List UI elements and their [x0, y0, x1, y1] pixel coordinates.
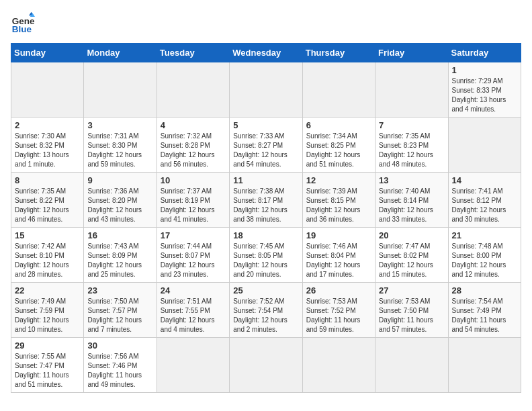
- calendar-cell: 29Sunrise: 7:55 AM Sunset: 7:47 PM Dayli…: [11, 338, 84, 393]
- calendar-cell: 13Sunrise: 7:40 AM Sunset: 8:14 PM Dayli…: [375, 173, 448, 228]
- calendar-cell: 28Sunrise: 7:54 AM Sunset: 7:49 PM Dayli…: [448, 283, 521, 338]
- calendar-cell: 3Sunrise: 7:31 AM Sunset: 8:30 PM Daylig…: [84, 118, 157, 173]
- day-detail: Sunrise: 7:37 AM Sunset: 8:19 PM Dayligh…: [161, 187, 226, 224]
- day-detail: Sunrise: 7:46 AM Sunset: 8:04 PM Dayligh…: [306, 242, 371, 279]
- day-detail: Sunrise: 7:44 AM Sunset: 8:07 PM Dayligh…: [161, 242, 226, 279]
- day-detail: Sunrise: 7:33 AM Sunset: 8:27 PM Dayligh…: [233, 132, 298, 169]
- day-number: 28: [452, 285, 517, 295]
- day-detail: Sunrise: 7:56 AM Sunset: 7:46 PM Dayligh…: [87, 352, 152, 390]
- calendar-week-2: 8Sunrise: 7:35 AM Sunset: 8:22 PM Daylig…: [11, 173, 521, 228]
- day-detail: Sunrise: 7:32 AM Sunset: 8:28 PM Dayligh…: [161, 132, 226, 169]
- calendar-cell: [11, 62, 84, 118]
- day-number: 10: [161, 175, 226, 185]
- day-number: 27: [379, 285, 444, 295]
- day-number: 19: [306, 230, 371, 240]
- day-detail: Sunrise: 7:40 AM Sunset: 8:14 PM Dayligh…: [379, 187, 444, 224]
- calendar-header: SundayMondayTuesdayWednesdayThursdayFrid…: [11, 44, 521, 62]
- calendar-cell: 24Sunrise: 7:51 AM Sunset: 7:55 PM Dayli…: [157, 283, 229, 338]
- calendar-cell: [157, 62, 229, 118]
- day-detail: Sunrise: 7:43 AM Sunset: 8:09 PM Dayligh…: [87, 242, 152, 279]
- col-header-friday: Friday: [375, 44, 448, 62]
- calendar-cell: 30Sunrise: 7:56 AM Sunset: 7:46 PM Dayli…: [84, 338, 157, 393]
- day-detail: Sunrise: 7:51 AM Sunset: 7:55 PM Dayligh…: [161, 297, 226, 334]
- day-number: 7: [379, 120, 444, 130]
- day-number: 20: [379, 230, 444, 240]
- day-number: 15: [15, 230, 80, 240]
- calendar-cell: 12Sunrise: 7:39 AM Sunset: 8:15 PM Dayli…: [302, 173, 375, 228]
- day-detail: Sunrise: 7:54 AM Sunset: 7:49 PM Dayligh…: [452, 297, 517, 334]
- calendar-cell: 27Sunrise: 7:53 AM Sunset: 7:50 PM Dayli…: [375, 283, 448, 338]
- calendar-cell: 23Sunrise: 7:50 AM Sunset: 7:57 PM Dayli…: [84, 283, 157, 338]
- day-detail: Sunrise: 7:34 AM Sunset: 8:25 PM Dayligh…: [306, 132, 371, 169]
- page-header: General Blue: [11, 11, 521, 35]
- calendar-cell: 19Sunrise: 7:46 AM Sunset: 8:04 PM Dayli…: [302, 228, 375, 283]
- calendar-week-1: 2Sunrise: 7:30 AM Sunset: 8:32 PM Daylig…: [11, 118, 521, 173]
- day-detail: Sunrise: 7:41 AM Sunset: 8:12 PM Dayligh…: [452, 187, 517, 224]
- day-number: 5: [233, 120, 298, 130]
- day-number: 9: [87, 175, 152, 185]
- col-header-saturday: Saturday: [448, 44, 521, 62]
- day-number: 4: [161, 120, 226, 130]
- calendar-cell: 6Sunrise: 7:34 AM Sunset: 8:25 PM Daylig…: [302, 118, 375, 173]
- calendar-cell: 16Sunrise: 7:43 AM Sunset: 8:09 PM Dayli…: [84, 228, 157, 283]
- day-number: 11: [233, 175, 298, 185]
- day-number: 1: [452, 65, 517, 75]
- day-detail: Sunrise: 7:39 AM Sunset: 8:15 PM Dayligh…: [306, 187, 371, 224]
- day-number: 22: [15, 285, 80, 295]
- calendar-cell: 9Sunrise: 7:36 AM Sunset: 8:20 PM Daylig…: [84, 173, 157, 228]
- day-detail: Sunrise: 7:49 AM Sunset: 7:59 PM Dayligh…: [15, 297, 80, 334]
- calendar-cell: 10Sunrise: 7:37 AM Sunset: 8:19 PM Dayli…: [157, 173, 229, 228]
- calendar-cell: [375, 62, 448, 118]
- calendar-body: 1Sunrise: 7:29 AM Sunset: 8:33 PM Daylig…: [11, 62, 521, 393]
- day-number: 16: [87, 230, 152, 240]
- day-number: 23: [87, 285, 152, 295]
- day-detail: Sunrise: 7:35 AM Sunset: 8:22 PM Dayligh…: [15, 187, 80, 224]
- day-detail: Sunrise: 7:50 AM Sunset: 7:57 PM Dayligh…: [87, 297, 152, 334]
- calendar-cell: [448, 118, 521, 173]
- day-detail: Sunrise: 7:55 AM Sunset: 7:47 PM Dayligh…: [15, 352, 80, 390]
- logo: General Blue: [11, 11, 38, 35]
- calendar-cell: 25Sunrise: 7:52 AM Sunset: 7:54 PM Dayli…: [230, 283, 302, 338]
- calendar-cell: 18Sunrise: 7:45 AM Sunset: 8:05 PM Dayli…: [230, 228, 302, 283]
- day-detail: Sunrise: 7:53 AM Sunset: 7:50 PM Dayligh…: [379, 297, 444, 334]
- day-number: 21: [452, 230, 517, 240]
- calendar-cell: [84, 62, 157, 118]
- col-header-tuesday: Tuesday: [157, 44, 229, 62]
- calendar-cell: 1Sunrise: 7:29 AM Sunset: 8:33 PM Daylig…: [448, 62, 521, 118]
- day-number: 29: [15, 340, 80, 351]
- calendar-cell: 15Sunrise: 7:42 AM Sunset: 8:10 PM Dayli…: [11, 228, 84, 283]
- day-detail: Sunrise: 7:30 AM Sunset: 8:32 PM Dayligh…: [15, 132, 80, 169]
- calendar-cell: [302, 62, 375, 118]
- day-detail: Sunrise: 7:38 AM Sunset: 8:17 PM Dayligh…: [233, 187, 298, 224]
- day-number: 30: [87, 340, 152, 351]
- day-number: 18: [233, 230, 298, 240]
- col-header-sunday: Sunday: [11, 44, 84, 62]
- calendar-cell: [230, 338, 302, 393]
- calendar-cell: 14Sunrise: 7:41 AM Sunset: 8:12 PM Dayli…: [448, 173, 521, 228]
- calendar-cell: [448, 338, 521, 393]
- logo-icon: General Blue: [11, 11, 35, 35]
- calendar-week-0: 1Sunrise: 7:29 AM Sunset: 8:33 PM Daylig…: [11, 62, 521, 118]
- day-detail: Sunrise: 7:48 AM Sunset: 8:00 PM Dayligh…: [452, 242, 517, 279]
- day-number: 6: [306, 120, 371, 130]
- day-number: 12: [306, 175, 371, 185]
- day-number: 3: [87, 120, 152, 130]
- calendar-cell: [375, 338, 448, 393]
- calendar-cell: 21Sunrise: 7:48 AM Sunset: 8:00 PM Dayli…: [448, 228, 521, 283]
- day-detail: Sunrise: 7:47 AM Sunset: 8:02 PM Dayligh…: [379, 242, 444, 279]
- calendar-cell: [230, 62, 302, 118]
- day-detail: Sunrise: 7:29 AM Sunset: 8:33 PM Dayligh…: [452, 77, 517, 114]
- day-detail: Sunrise: 7:36 AM Sunset: 8:20 PM Dayligh…: [87, 187, 152, 224]
- day-number: 24: [161, 285, 226, 295]
- calendar-cell: 5Sunrise: 7:33 AM Sunset: 8:27 PM Daylig…: [230, 118, 302, 173]
- calendar-week-5: 29Sunrise: 7:55 AM Sunset: 7:47 PM Dayli…: [11, 338, 521, 393]
- calendar-week-4: 22Sunrise: 7:49 AM Sunset: 7:59 PM Dayli…: [11, 283, 521, 338]
- svg-text:Blue: Blue: [12, 24, 32, 34]
- day-number: 8: [15, 175, 80, 185]
- calendar-cell: 8Sunrise: 7:35 AM Sunset: 8:22 PM Daylig…: [11, 173, 84, 228]
- calendar-cell: 26Sunrise: 7:53 AM Sunset: 7:52 PM Dayli…: [302, 283, 375, 338]
- calendar-cell: [157, 338, 229, 393]
- day-number: 26: [306, 285, 371, 295]
- day-number: 25: [233, 285, 298, 295]
- day-detail: Sunrise: 7:52 AM Sunset: 7:54 PM Dayligh…: [233, 297, 298, 334]
